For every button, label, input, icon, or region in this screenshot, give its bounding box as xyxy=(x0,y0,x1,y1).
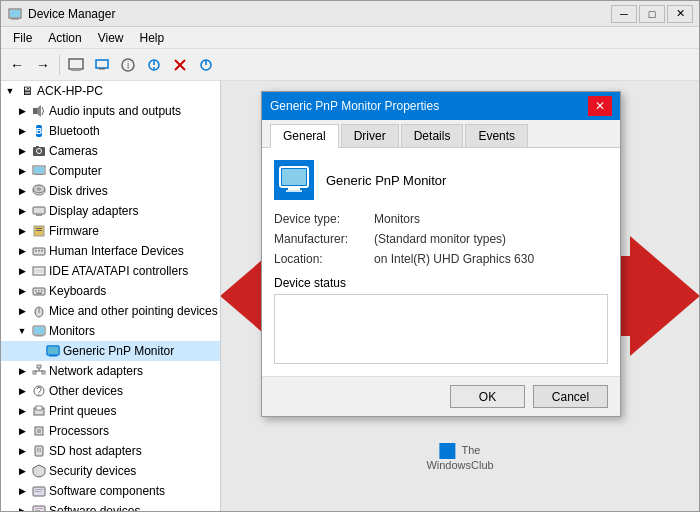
tree-item-security[interactable]: ▶ Security devices xyxy=(1,461,220,481)
watermark-text: TheWindowsClub xyxy=(426,444,493,471)
network-label: Network adapters xyxy=(49,364,143,378)
computer-tree-icon xyxy=(31,163,47,179)
ok-button[interactable]: OK xyxy=(450,385,525,408)
genericpnp-arrow xyxy=(29,344,43,358)
genericpnp-label: Generic PnP Monitor xyxy=(63,344,174,358)
toolbar-btn-1[interactable] xyxy=(64,53,88,77)
prop-devicetype: Device type: Monitors xyxy=(274,212,608,226)
watermark: TheWindowsClub xyxy=(426,443,493,471)
svg-rect-2 xyxy=(10,10,20,17)
device-status-section: Device status xyxy=(274,276,608,364)
window-title: Device Manager xyxy=(28,7,611,21)
tree-item-softwarecomponents[interactable]: ▶ Software components xyxy=(1,481,220,501)
svg-rect-5 xyxy=(96,60,108,68)
svg-point-11 xyxy=(153,67,155,69)
dialog-close-button[interactable]: ✕ xyxy=(588,96,612,116)
svg-rect-51 xyxy=(49,355,57,357)
tree-item-softwaredevices[interactable]: ▶ Software devices xyxy=(1,501,220,511)
forward-button[interactable]: → xyxy=(31,53,55,77)
svg-rect-70 xyxy=(35,489,43,490)
tree-item-genericpnp[interactable]: Generic PnP Monitor xyxy=(1,341,220,361)
tab-general[interactable]: General xyxy=(270,124,339,148)
tree-item-processors[interactable]: ▶ Processors xyxy=(1,421,220,441)
audio-arrow: ▶ xyxy=(15,104,29,118)
tree-item-bluetooth[interactable]: ▶ B Bluetooth xyxy=(1,121,220,141)
toolbar-separator-1 xyxy=(59,55,60,75)
diskdrives-icon xyxy=(31,183,47,199)
svg-rect-63 xyxy=(36,410,42,411)
tree-item-computer[interactable]: ▶ Computer xyxy=(1,161,220,181)
svg-rect-6 xyxy=(99,68,105,70)
device-tree[interactable]: ▼ 🖥 ACK-HP-PC ▶ Audio inputs and outputs… xyxy=(1,81,221,511)
svg-text:?: ? xyxy=(36,386,42,397)
device-properties: Device type: Monitors Manufacturer: (Sta… xyxy=(274,212,608,266)
tree-item-displayadapters[interactable]: ▶ Display adapters xyxy=(1,201,220,221)
tab-details[interactable]: Details xyxy=(401,124,464,147)
menu-view[interactable]: View xyxy=(90,29,132,47)
softwarecomponents-arrow: ▶ xyxy=(15,484,29,498)
svg-text:B: B xyxy=(36,126,43,136)
tree-item-firmware[interactable]: ▶ Firmware xyxy=(1,221,220,241)
audio-icon xyxy=(31,103,47,119)
maximize-button[interactable]: □ xyxy=(639,5,665,23)
toolbar-btn-3[interactable]: i xyxy=(116,53,140,77)
title-bar: Device Manager ─ □ ✕ xyxy=(1,1,699,27)
tree-item-audio[interactable]: ▶ Audio inputs and outputs xyxy=(1,101,220,121)
computer-icon: 🖥 xyxy=(19,83,35,99)
tree-item-monitors[interactable]: ▼ Monitors xyxy=(1,321,220,341)
tree-item-printqueues[interactable]: ▶ Print queues xyxy=(1,401,220,421)
menu-help[interactable]: Help xyxy=(132,29,173,47)
tree-item-cameras[interactable]: ▶ Cameras xyxy=(1,141,220,161)
svg-rect-91 xyxy=(286,190,302,192)
bluetooth-arrow: ▶ xyxy=(15,124,29,138)
back-button[interactable]: ← xyxy=(5,53,29,77)
tree-item-hid[interactable]: ▶ Human Interface Devices xyxy=(1,241,220,261)
security-label: Security devices xyxy=(49,464,136,478)
toolbar-btn-2[interactable] xyxy=(90,53,114,77)
tree-item-otherdevices[interactable]: ▶ ? Other devices xyxy=(1,381,220,401)
scan-button[interactable] xyxy=(194,53,218,77)
displayadapters-label: Display adapters xyxy=(49,204,138,218)
sdhost-icon xyxy=(31,443,47,459)
tree-item-network[interactable]: ▶ Network adapters xyxy=(1,361,220,381)
computer-label: Computer xyxy=(49,164,102,178)
location-label: Location: xyxy=(274,252,374,266)
tab-events[interactable]: Events xyxy=(465,124,528,147)
cancel-button[interactable]: Cancel xyxy=(533,385,608,408)
tree-item-ide[interactable]: ▶ IDE ATA/ATAPI controllers xyxy=(1,261,220,281)
dialog-content: Generic PnP Monitor Device type: Monitor… xyxy=(262,148,620,376)
menu-file[interactable]: File xyxy=(5,29,40,47)
svg-rect-41 xyxy=(35,290,37,292)
tree-item-keyboards[interactable]: ▶ Keyboards xyxy=(1,281,220,301)
svg-point-28 xyxy=(37,188,41,191)
minimize-button[interactable]: ─ xyxy=(611,5,637,23)
svg-rect-37 xyxy=(41,250,43,252)
tree-item-diskdrives[interactable]: ▶ Disk drives xyxy=(1,181,220,201)
devicetype-label: Device type: xyxy=(274,212,374,226)
close-button[interactable]: ✕ xyxy=(667,5,693,23)
firmware-label: Firmware xyxy=(49,224,99,238)
manufacturer-value: (Standard monitor types) xyxy=(374,232,506,246)
svg-rect-48 xyxy=(35,335,43,337)
svg-rect-89 xyxy=(282,169,306,185)
devicetype-value: Monitors xyxy=(374,212,420,226)
remove-button[interactable] xyxy=(168,53,192,77)
content-area: ▼ 🖥 ACK-HP-PC ▶ Audio inputs and outputs… xyxy=(1,81,699,511)
tree-root[interactable]: ▼ 🖥 ACK-HP-PC xyxy=(1,81,220,101)
location-value: on Intel(R) UHD Graphics 630 xyxy=(374,252,534,266)
tab-driver[interactable]: Driver xyxy=(341,124,399,147)
toolbar-btn-4[interactable] xyxy=(142,53,166,77)
tree-item-sdhost[interactable]: ▶ SD host adapters xyxy=(1,441,220,461)
svg-rect-16 xyxy=(33,108,37,114)
mice-arrow: ▶ xyxy=(15,304,29,318)
svg-rect-30 xyxy=(36,214,42,216)
svg-marker-17 xyxy=(37,105,41,117)
printqueues-arrow: ▶ xyxy=(15,404,29,418)
svg-rect-1 xyxy=(11,18,19,20)
tree-item-mice[interactable]: ▶ Mice and other pointing devices xyxy=(1,301,220,321)
softwarecomponents-label: Software components xyxy=(49,484,165,498)
svg-rect-65 xyxy=(37,429,41,433)
menu-action[interactable]: Action xyxy=(40,29,89,47)
arrow-right-head xyxy=(630,236,699,356)
svg-rect-3 xyxy=(69,59,83,69)
